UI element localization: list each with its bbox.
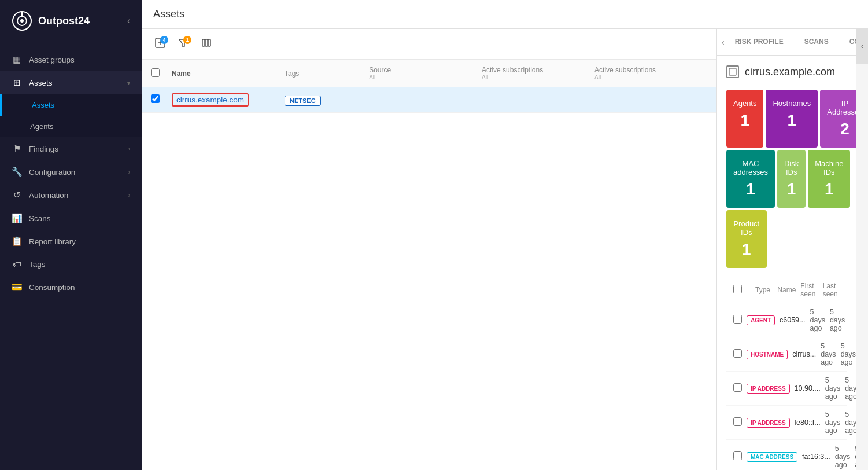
sidebar-item-assets[interactable]: ⊞ Assets ▾ [0, 71, 142, 94]
row-checkbox[interactable] [151, 94, 160, 103]
assoc-name-0: c6059... [780, 316, 805, 324]
sidebar-item-label: Tags [29, 260, 46, 269]
main-content: Assets 4 [142, 0, 868, 470]
sidebar-item-configuration[interactable]: 🔧 Configuration › [0, 160, 142, 183]
sidebar-item-assets-sub[interactable]: Assets [0, 94, 142, 116]
col-header-active1: Active subscriptions All [482, 66, 594, 80]
product-value: 1 [733, 240, 760, 259]
assoc-select-all[interactable] [733, 285, 742, 293]
assoc-checkbox-1[interactable] [733, 349, 742, 358]
asset-name-highlighted[interactable]: cirrus.example.com [172, 93, 249, 107]
sidebar-item-asset-groups[interactable]: ▦ Asset groups [0, 48, 142, 71]
col-header-source: Source All [369, 66, 482, 80]
assets-submenu: Assets Agents [0, 94, 142, 137]
stats-card-disk[interactable]: Disk IDs 1 [777, 150, 806, 208]
assoc-first-4: 5 days ago [835, 445, 850, 469]
assoc-row[interactable]: MAC ADDRESS fa:16:3... 5 days ago 5 days… [726, 440, 847, 470]
stats-card-agents[interactable]: Agents 1 [726, 90, 763, 148]
select-all-checkbox[interactable] [151, 68, 160, 77]
config-arrow: › [128, 169, 130, 175]
sidebar-item-automation[interactable]: ↺ Automation › [0, 183, 142, 207]
add-asset-button[interactable]: 4 [151, 35, 169, 53]
assoc-row[interactable]: IP ADDRESS 10.90.... 5 days ago 5 days a… [726, 372, 847, 406]
assoc-row-check-4[interactable] [733, 451, 742, 462]
netsec-tag: NETSEC [285, 96, 321, 106]
sidebar: Outpost24 ‹ ▦ Asset groups ⊞ Assets ▾ As… [0, 0, 142, 470]
sidebar-item-tags[interactable]: 🏷 Tags [0, 253, 142, 276]
assoc-row-check-1[interactable] [733, 349, 742, 359]
detail-body: cirrus.example.com Agents 1 Hostnames 1 … [717, 56, 856, 470]
stats-card-machine[interactable]: Machine IDs 1 [808, 150, 850, 208]
stats-card-ip-addresses[interactable]: IP Addresses 2 [820, 90, 856, 148]
sidebar-item-consumption[interactable]: 💳 Consumption [0, 276, 142, 299]
logo-text: Outpost24 [38, 15, 90, 27]
stats-card-product[interactable]: Product IDs 1 [726, 210, 767, 268]
assoc-row[interactable]: HOSTNAME cirrus... 5 days ago 5 days ago [726, 337, 847, 372]
tab-scans[interactable]: SCANS [794, 30, 839, 56]
sidebar-item-label: Asset groups [29, 56, 75, 64]
assoc-first-col: First seen [800, 282, 818, 298]
assoc-rows: AGENT c6059... 5 days ago 5 days ago HOS… [726, 303, 847, 470]
assoc-row-check-0[interactable] [733, 315, 742, 325]
sidebar-sub-label: Agents [30, 122, 53, 131]
panel-collapse-button[interactable]: ‹ [856, 29, 868, 64]
findings-icon: ⚑ [12, 144, 22, 154]
assoc-checkbox-4[interactable] [733, 451, 742, 460]
assoc-type-2: IP ADDRESS [747, 384, 790, 392]
assoc-row-check-3[interactable] [733, 417, 742, 428]
assoc-table-header: Type Name First seen Last seen [726, 277, 847, 303]
sidebar-item-report-library[interactable]: 📋 Report library [0, 230, 142, 253]
assoc-row-check-2[interactable] [733, 383, 742, 394]
stats-card-mac[interactable]: MAC addresses 1 [726, 150, 775, 208]
mac-value: 1 [733, 180, 768, 199]
assoc-checkbox-3[interactable] [733, 417, 742, 426]
detail-panel: ‹ RISK PROFILE SCANS CONFIGURATIONS ASSO… [717, 29, 856, 470]
product-label: Product IDs [733, 219, 760, 237]
assoc-name-1: cirrus... [792, 350, 816, 358]
filter-badge: 1 [183, 36, 191, 44]
asset-groups-icon: ▦ [12, 54, 22, 65]
tags-icon: 🏷 [12, 259, 22, 269]
table-header: Name Tags Source All Active subscription… [142, 60, 716, 87]
stats-grid-row3: Product IDs 1 [726, 210, 767, 268]
row-checkbox-container[interactable] [151, 94, 172, 105]
machine-label: Machine IDs [815, 159, 843, 177]
stats-card-hostnames[interactable]: Hostnames 1 [766, 90, 818, 148]
asset-title-icon [726, 65, 739, 78]
assoc-checkbox-2[interactable] [733, 383, 742, 392]
mac-label: MAC addresses [733, 159, 768, 177]
sidebar-item-label: Scans [29, 214, 51, 223]
table-row[interactable]: cirrus.example.com NETSEC [142, 87, 716, 113]
columns-icon [202, 38, 211, 50]
tab-risk-profile[interactable]: RISK PROFILE [725, 30, 794, 56]
assoc-first-3: 5 days ago [825, 410, 840, 435]
assoc-check-col [733, 285, 751, 295]
assoc-checkbox-0[interactable] [733, 315, 742, 324]
assoc-last-4: 5 days ago [855, 445, 856, 469]
assoc-last-2: 5 days ago [845, 376, 856, 401]
agents-label: Agents [733, 99, 756, 108]
ip-addresses-value: 2 [827, 120, 856, 138]
svg-rect-10 [208, 39, 210, 46]
tab-configurations[interactable]: CONFIGURATIONS [839, 30, 856, 56]
asset-name-cell[interactable]: cirrus.example.com [172, 96, 285, 104]
disk-label: Disk IDs [784, 159, 799, 177]
assoc-type-4: MAC ADDRESS [747, 453, 797, 461]
sidebar-collapse-button[interactable]: ‹ [127, 16, 130, 26]
select-all-checkbox-container[interactable] [151, 68, 172, 79]
filter-button[interactable]: 1 [174, 35, 193, 53]
asset-title: cirrus.example.com [726, 65, 847, 78]
sidebar-sub-label: Assets [32, 101, 54, 109]
columns-button[interactable] [197, 35, 216, 53]
consumption-icon: 💳 [12, 282, 22, 292]
automation-icon: ↺ [12, 190, 22, 200]
sidebar-item-label: Consumption [29, 283, 75, 292]
type-badge-2: IP ADDRESS [747, 384, 790, 394]
sidebar-item-agents-sub[interactable]: Agents [0, 116, 142, 137]
assoc-last-col: Last seen [823, 282, 840, 298]
sidebar-item-scans[interactable]: 📊 Scans [0, 207, 142, 230]
assoc-row[interactable]: AGENT c6059... 5 days ago 5 days ago [726, 303, 847, 337]
assoc-row[interactable]: IP ADDRESS fe80::f... 5 days ago 5 days … [726, 406, 847, 440]
assets-icon: ⊞ [12, 78, 22, 88]
sidebar-item-findings[interactable]: ⚑ Findings › [0, 137, 142, 160]
